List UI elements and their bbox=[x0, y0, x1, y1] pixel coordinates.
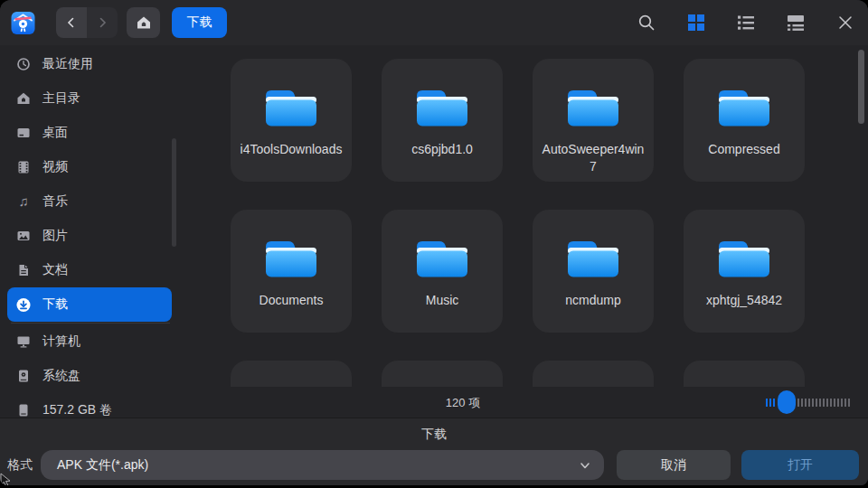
sidebar-item-home[interactable]: 主目录 bbox=[7, 81, 172, 116]
folder-name: ncmdump bbox=[556, 292, 629, 309]
sidebar-item-label: 下载 bbox=[42, 296, 68, 313]
slider-ticks-filled bbox=[766, 399, 776, 407]
video-icon bbox=[16, 160, 31, 174]
mouse-cursor bbox=[0, 473, 11, 485]
list-view-button[interactable] bbox=[730, 6, 762, 39]
sidebar-item-desktop[interactable]: 桌面 bbox=[7, 116, 172, 150]
cancel-button[interactable]: 取消 bbox=[617, 450, 731, 480]
sidebar-item-label: 系统盘 bbox=[42, 368, 80, 384]
sidebar-item-music[interactable]: ♫ 音乐 bbox=[7, 184, 172, 219]
folder-name: Music bbox=[417, 292, 468, 309]
sidebar-separator bbox=[11, 323, 170, 324]
sidebar-item-volume[interactable]: 157.2 GB 卷 bbox=[7, 393, 172, 418]
folder-tile[interactable]: Compressed bbox=[684, 59, 805, 182]
system-disk-icon bbox=[16, 369, 31, 383]
sidebar-item-videos[interactable]: 视频 bbox=[7, 150, 172, 184]
close-icon bbox=[836, 14, 854, 32]
sidebar-item-label: 157.2 GB 卷 bbox=[42, 402, 112, 418]
sidebar-item-system-disk[interactable]: 系统盘 bbox=[7, 359, 172, 393]
computer-icon bbox=[16, 334, 31, 349]
folder-tile[interactable]: cs6pjbd1.0 bbox=[382, 59, 503, 182]
content-scrollbar[interactable] bbox=[858, 50, 864, 124]
chevron-down-icon bbox=[579, 459, 591, 472]
folder-name: Documents bbox=[250, 292, 333, 309]
folder-icon bbox=[413, 84, 471, 129]
search-icon bbox=[637, 13, 656, 33]
pictures-icon bbox=[16, 229, 31, 243]
path-tab-downloads[interactable]: 下载 bbox=[172, 7, 227, 38]
folder-icon bbox=[262, 235, 320, 280]
folder-icon bbox=[413, 235, 471, 280]
clock-icon bbox=[16, 57, 31, 71]
home-icon bbox=[16, 91, 31, 106]
dialog-title: 下载 bbox=[0, 418, 868, 443]
toolbar: 下载 bbox=[0, 0, 868, 45]
folder-tile[interactable]: Documents bbox=[231, 210, 352, 333]
folder-tile[interactable]: Music bbox=[382, 210, 503, 333]
back-button[interactable] bbox=[56, 7, 87, 38]
format-value: APK 文件(*.apk) bbox=[57, 457, 148, 474]
nav-group bbox=[56, 7, 118, 38]
format-label: 格式 bbox=[7, 457, 33, 474]
sidebar-item-label: 计算机 bbox=[42, 333, 80, 350]
file-dialog-window: 下载 bbox=[0, 0, 868, 485]
folder-icon bbox=[715, 235, 773, 280]
forward-button[interactable] bbox=[87, 7, 118, 38]
search-button[interactable] bbox=[630, 6, 663, 39]
slider-thumb[interactable] bbox=[778, 390, 796, 414]
download-icon bbox=[16, 297, 31, 312]
folder-tile[interactable]: AutoSweeper4win7 bbox=[533, 59, 654, 182]
folder-name: AutoSweeper4win7 bbox=[533, 141, 654, 175]
sidebar-scrollbar[interactable] bbox=[172, 138, 176, 247]
sidebar-item-label: 最近使用 bbox=[42, 56, 93, 72]
folder-icon bbox=[715, 84, 773, 129]
dialog-footer: 下载 格式 APK 文件(*.apk) 取消 打开 bbox=[0, 418, 868, 485]
sidebar-item-label: 主目录 bbox=[42, 90, 80, 107]
file-grid-area: i4ToolsDownloads cs6pjbd1.0 AutoSweeper4… bbox=[181, 47, 868, 418]
folder-name: xphtgj_54842 bbox=[697, 292, 791, 309]
folder-name: cs6pjbd1.0 bbox=[402, 141, 482, 158]
sidebar-item-recent[interactable]: 最近使用 bbox=[7, 47, 172, 81]
sidebar-item-label: 视频 bbox=[42, 159, 68, 175]
format-select[interactable]: APK 文件(*.apk) bbox=[41, 450, 604, 480]
sidebar-item-label: 桌面 bbox=[42, 125, 68, 141]
folder-icon bbox=[564, 235, 622, 280]
sidebar-item-label: 音乐 bbox=[42, 193, 68, 210]
list-view-icon bbox=[737, 14, 755, 32]
content-view-icon bbox=[787, 14, 805, 32]
app-logo-icon bbox=[11, 11, 35, 35]
sidebar-item-label: 文档 bbox=[42, 262, 68, 278]
volume-icon bbox=[16, 403, 31, 418]
grid-view-icon bbox=[687, 14, 705, 32]
content-view-button[interactable] bbox=[779, 6, 812, 39]
sidebar-item-label: 图片 bbox=[42, 228, 68, 244]
forward-icon bbox=[95, 15, 109, 30]
folder-tile[interactable]: i4ToolsDownloads bbox=[231, 59, 352, 182]
folder-name: Compressed bbox=[699, 141, 788, 158]
folder-icon bbox=[262, 84, 320, 129]
sidebar: 最近使用 主目录 桌面 视频 ♫ 音乐 图片 bbox=[0, 47, 181, 418]
sidebar-item-computer[interactable]: 计算机 bbox=[7, 324, 172, 359]
folder-icon bbox=[564, 84, 622, 129]
icon-view-button[interactable] bbox=[680, 6, 712, 39]
open-button[interactable]: 打开 bbox=[741, 450, 859, 480]
home-icon bbox=[136, 14, 152, 31]
close-button[interactable] bbox=[829, 6, 862, 39]
folder-tile[interactable]: ncmdump bbox=[533, 210, 654, 333]
folder-tile[interactable]: xphtgj_54842 bbox=[684, 210, 805, 333]
desktop-icon bbox=[16, 126, 31, 140]
sidebar-item-pictures[interactable]: 图片 bbox=[7, 219, 172, 253]
document-icon bbox=[16, 263, 31, 277]
slider-ticks bbox=[797, 399, 852, 407]
folder-name: i4ToolsDownloads bbox=[231, 141, 352, 158]
music-icon: ♫ bbox=[16, 194, 31, 209]
status-bar: 120 项 bbox=[181, 387, 868, 418]
icon-size-slider[interactable] bbox=[766, 390, 852, 414]
window-controls bbox=[630, 6, 868, 39]
sidebar-item-documents[interactable]: 文档 bbox=[7, 253, 172, 287]
back-icon bbox=[64, 15, 79, 30]
item-count: 120 项 bbox=[446, 395, 480, 411]
sidebar-item-downloads[interactable]: 下载 bbox=[7, 287, 172, 322]
home-button[interactable] bbox=[127, 7, 160, 38]
